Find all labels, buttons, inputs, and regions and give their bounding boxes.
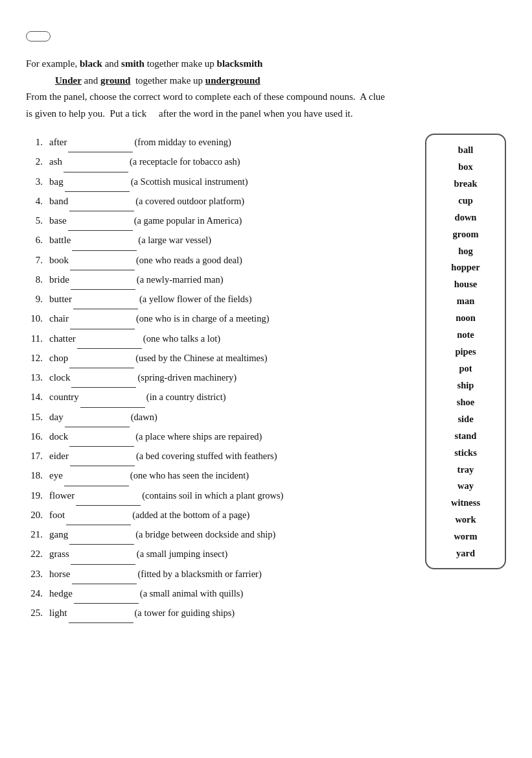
panel-word-item: side <box>457 412 473 427</box>
question-word: foot <box>49 506 65 523</box>
answer-line[interactable] <box>66 508 131 525</box>
main-area: 1.after (from midday to evening)2.ash (a… <box>26 134 506 624</box>
question-row: 6.battle (a large war vessel) <box>26 231 413 249</box>
question-clue: (one who reads a good deal) <box>136 252 242 268</box>
question-word: day <box>49 409 64 425</box>
answer-line[interactable] <box>69 429 134 447</box>
question-clue: (added at the bottom of a page) <box>132 507 249 523</box>
answer-line[interactable] <box>70 449 135 466</box>
answer-line[interactable] <box>68 135 133 152</box>
panel-column: ballboxbreakcupdowngroomhoghopperhousema… <box>425 134 506 569</box>
panel-word-item: house <box>454 277 477 292</box>
question-number: 7. <box>26 252 49 268</box>
question-row: 15.day (dawn) <box>26 409 413 426</box>
question-row: 22.grass (a small jumping insect) <box>26 545 413 563</box>
answer-line[interactable] <box>74 586 139 604</box>
question-clue: (one who has seen the incident) <box>130 468 249 484</box>
question-number: 3. <box>26 173 49 190</box>
question-row: 17.eider (a bed covering stuffed with fe… <box>26 447 413 465</box>
panel-word-item: box <box>458 160 473 175</box>
answer-line[interactable] <box>72 567 137 584</box>
question-word: chair <box>49 310 69 327</box>
answer-line[interactable] <box>73 292 138 309</box>
question-number: 21. <box>26 526 49 543</box>
question-number: 17. <box>26 447 49 464</box>
answer-line[interactable] <box>80 390 145 407</box>
question-number: 13. <box>26 369 49 386</box>
question-clue: (dawn) <box>131 409 157 425</box>
panel-word-item: yard <box>456 546 475 562</box>
question-row: 7.book (one who reads a good deal) <box>26 252 413 269</box>
question-clue: (a Scottish musical instrument) <box>131 174 248 190</box>
panel-word-item: way <box>457 479 474 494</box>
question-number: 10. <box>26 310 49 327</box>
question-clue: (a receptacle for tobacco ash) <box>130 154 240 170</box>
answer-line[interactable] <box>76 488 141 506</box>
question-word: flower <box>49 487 75 504</box>
answer-line[interactable] <box>64 468 129 486</box>
word-panel: ballboxbreakcupdowngroomhoghopperhousema… <box>425 134 506 569</box>
answer-line[interactable] <box>65 174 130 192</box>
answer-line[interactable] <box>70 311 135 329</box>
answer-line[interactable] <box>69 194 134 211</box>
question-word: hedge <box>49 585 73 602</box>
answer-line[interactable] <box>71 547 135 564</box>
panel-word-item: noon <box>456 311 476 326</box>
answer-line[interactable] <box>69 527 134 545</box>
question-word: clock <box>49 369 70 386</box>
question-number: 16. <box>26 428 49 445</box>
question-clue: (used by the Chinese at mealtimes) <box>135 350 267 366</box>
answer-line[interactable] <box>68 213 133 231</box>
question-row: 3.bag (a Scottish musical instrument) <box>26 173 413 191</box>
panel-word-item: work <box>455 512 476 528</box>
question-word: grass <box>49 545 69 562</box>
answer-line[interactable] <box>64 154 128 172</box>
question-number: 12. <box>26 349 49 366</box>
panel-word-item: man <box>457 294 474 309</box>
panel-word-item: tray <box>457 462 474 478</box>
question-row: 25.light (a tower for guiding ships) <box>26 604 413 622</box>
question-word: band <box>49 193 68 209</box>
answer-line[interactable] <box>70 253 135 270</box>
question-number: 23. <box>26 565 49 582</box>
panel-word-item: groom <box>452 227 478 243</box>
panel-word-item: pipes <box>455 344 476 360</box>
question-clue: (in a country district) <box>146 389 226 405</box>
answer-line[interactable] <box>69 606 133 623</box>
question-clue: (a small jumping insect) <box>137 546 228 562</box>
answer-line[interactable] <box>77 331 142 349</box>
question-row: 19.flower (contains soil in which a plan… <box>26 487 413 504</box>
question-number: 22. <box>26 545 49 562</box>
question-word: battle <box>49 231 71 248</box>
answer-line[interactable] <box>71 272 135 290</box>
question-clue: (contains soil in which a plant grows) <box>142 488 283 504</box>
question-word: chatter <box>49 330 76 347</box>
panel-word-item: break <box>454 176 478 192</box>
question-clue: (a small animal with quills) <box>140 586 243 602</box>
question-word: ash <box>49 153 62 170</box>
question-row: 24.hedge (a small animal with quills) <box>26 585 413 602</box>
question-number: 14. <box>26 388 49 405</box>
question-number: 9. <box>26 290 49 307</box>
question-word: dock <box>49 428 68 445</box>
panel-word-item: ball <box>458 143 473 158</box>
question-row: 8.bride (a newly-married man) <box>26 271 413 289</box>
question-word: light <box>49 604 67 621</box>
question-number: 11. <box>26 330 49 347</box>
panel-word-item: sticks <box>454 445 477 461</box>
question-number: 1. <box>26 134 49 150</box>
panel-word-item: worm <box>454 529 477 545</box>
question-row: 10.chair (one who is in charge of a meet… <box>26 310 413 327</box>
question-row: 16.dock (a place where ships are repaire… <box>26 428 413 445</box>
answer-line[interactable] <box>72 233 137 250</box>
answer-line[interactable] <box>71 370 136 388</box>
question-clue: (a bed covering stuffed with feathers) <box>136 448 277 464</box>
question-clue: (a place where ships are repaired) <box>135 429 262 445</box>
answer-line[interactable] <box>69 351 134 368</box>
answer-line[interactable] <box>65 410 130 427</box>
question-row: 20.foot (added at the bottom of a page) <box>26 506 413 524</box>
question-number: 5. <box>26 212 49 229</box>
question-row: 18.eye (one who has seen the incident) <box>26 467 413 484</box>
question-number: 25. <box>26 604 49 621</box>
question-clue: (from midday to evening) <box>134 134 231 150</box>
